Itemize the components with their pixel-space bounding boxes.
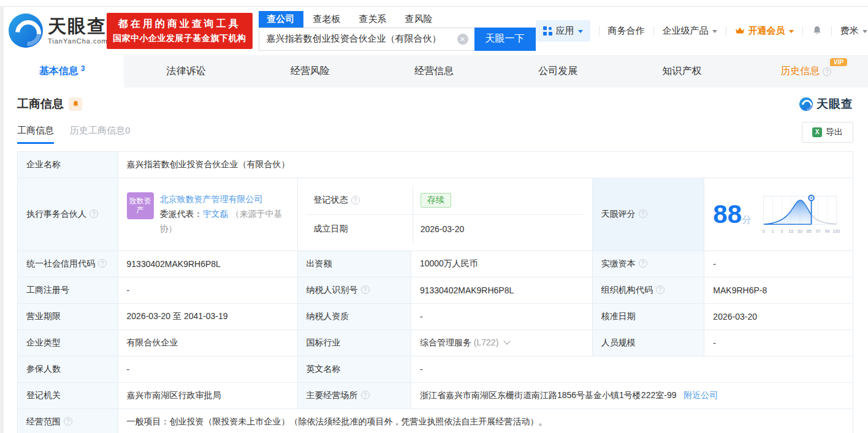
table-row: 执行事务合伙人? 致数资产 北京致数资产管理有限公司 委派代表：宇文磊 （来源于… (18, 178, 853, 251)
divider (653, 26, 654, 36)
tab-operation-risk[interactable]: 经营风险 (248, 55, 372, 88)
status-badge: 存续 (421, 193, 451, 208)
search-tab-boss[interactable]: 查老板 (305, 11, 349, 28)
staff-size-value: - (704, 330, 853, 356)
nav-apps-label: 应用 (556, 25, 574, 37)
help-icon[interactable]: ? (639, 209, 647, 218)
search-tab-relation[interactable]: 查关系 (351, 11, 395, 28)
subtab-business-info[interactable]: 工商信息 (17, 125, 54, 144)
svg-text:50: 50 (798, 229, 802, 234)
bell-icon (72, 100, 80, 108)
help-icon[interactable]: ? (89, 209, 98, 218)
site-logo[interactable]: 天眼查 TianYanCha.com (9, 13, 101, 48)
help-icon[interactable]: ? (361, 285, 370, 294)
field-label: 核准日期 (592, 304, 704, 330)
nav-apps[interactable]: 应用 (536, 20, 590, 42)
svg-text:100: 100 (832, 229, 840, 234)
search-tab-company[interactable]: 查公司 (259, 11, 303, 28)
help-icon[interactable]: ? (656, 285, 664, 294)
help-icon[interactable]: ? (64, 417, 72, 426)
field-label: 企业名称 (18, 152, 118, 178)
english-name-value: - (411, 356, 853, 383)
banner-line2: 国家中小企业发展子基金旗下机构 (113, 33, 246, 44)
help-icon[interactable]: ? (639, 259, 647, 268)
help-icon[interactable]: ? (351, 196, 360, 205)
field-label: 统一社会信用代码? (18, 251, 118, 277)
subscribe-bell-button[interactable] (69, 97, 82, 111)
brand-domain: TianYanCha.com (48, 38, 108, 45)
field-label: 国标行业 (297, 330, 411, 356)
tab-operation-info[interactable]: 经营信息 (372, 55, 496, 88)
taxpayer-quality-value: - (411, 304, 592, 330)
nav-cooperation[interactable]: 商务合作 (608, 25, 645, 37)
tab-legal[interactable]: 法律诉讼 (124, 55, 248, 88)
content: 工商信息 天眼查 工商信息 历史工商信息0 X 导出 (0, 88, 868, 433)
svg-text:3: 3 (780, 229, 783, 234)
tab-company-development[interactable]: 公司发展 (496, 55, 620, 88)
table-row: 统一社会信用代码? 91330402MAK9RH6P8L 出资额 10000万人… (18, 251, 853, 277)
nav-open-vip[interactable]: 开通会员 (735, 25, 794, 37)
left-edge (0, 6, 4, 433)
nav-enterprise[interactable]: 企业级产品 (663, 25, 717, 37)
search-area: 查公司 查老板 查关系 查风险 ✕ 天眼一下 (259, 11, 536, 51)
divider (802, 26, 803, 36)
banner-line1: 都在用的商业查询工具 (113, 18, 246, 31)
tab-intellectual-property[interactable]: 知识产权 (620, 55, 744, 88)
score-cell: 88分 (704, 178, 853, 251)
field-label: 营业期限 (18, 304, 118, 330)
username: 费米 (840, 25, 859, 37)
nearby-companies-link[interactable]: 附近公司 (683, 390, 718, 400)
help-icon[interactable]: ? (361, 391, 370, 399)
field-label: 英文名称 (297, 356, 411, 383)
field-label: 企业类型 (18, 330, 118, 356)
table-row: 企业类型 有限合伙企业 国标行业 综合管理服务 (L722) 人员规模 - (18, 330, 853, 356)
insured-count-value: - (118, 356, 297, 383)
nav-enterprise-label: 企业级产品 (663, 25, 709, 37)
svg-text:85: 85 (807, 229, 812, 234)
company-type-value: 有限合伙企业 (118, 330, 297, 356)
org-code-value: MAK9RH6P-8 (704, 277, 853, 304)
status-date-cell: 登记状态? 存续 成立日期 2026-03-20 (297, 178, 592, 251)
search-button[interactable]: 天眼一下 (474, 28, 536, 51)
crown-icon (735, 26, 745, 35)
field-label: 人员规模 (592, 330, 704, 356)
nav-user[interactable]: 费米 (840, 25, 867, 37)
apps-grid-icon (543, 26, 552, 36)
rep-name-link[interactable]: 宇文磊 (203, 209, 229, 219)
partner-company-link[interactable]: 北京致数资产管理有限公司 (160, 194, 263, 204)
chevron-down-icon (578, 30, 583, 33)
field-label: 主要经营场所? (297, 383, 411, 409)
search-input[interactable] (259, 28, 474, 51)
table-row: 企业名称 嘉兴指若数创业投资合伙企业（有限合伙） (18, 152, 853, 178)
chevron-down-icon (862, 30, 867, 33)
field-label: 天眼评分? (592, 178, 704, 251)
search-tab-risk[interactable]: 查风险 (397, 11, 441, 28)
field-label: 纳税人资质 (297, 304, 411, 330)
field-label: 参保人数 (18, 356, 118, 383)
business-address-value: 浙江省嘉兴市南湖区东栅街道南江路1856号基金小镇1号楼222室-99 附近公司 (411, 383, 853, 409)
field-label: 成立日期 (306, 215, 413, 243)
chevron-down-icon[interactable] (504, 337, 511, 344)
svg-text:97: 97 (816, 229, 821, 234)
field-label: 组织机构代码? (592, 277, 704, 304)
vip-badge: VIP (830, 58, 847, 66)
page: 天眼查 TianYanCha.com 都在用的商业查询工具 国家中小企业发展子基… (0, 0, 868, 433)
table-row: 营业期限 2026-03-20 至 2041-03-19 纳税人资质 - 核准日… (18, 304, 853, 330)
help-icon[interactable]: ? (823, 67, 831, 76)
tab-basic-info[interactable]: 基本信息 3 (0, 55, 124, 88)
subtab-history-business-info[interactable]: 历史工商信息0 (70, 125, 130, 144)
export-button[interactable]: X 导出 (802, 122, 853, 143)
tab-label: 经营信息 (414, 65, 454, 78)
brand-name: 天眼查 (48, 17, 108, 36)
notifications-button[interactable] (812, 25, 823, 36)
top-nav: 应用 商务合作 企业级产品 开通会员 (536, 20, 867, 42)
reg-authority-value: 嘉兴市南湖区行政审批局 (118, 383, 297, 409)
clear-icon[interactable]: ✕ (457, 34, 468, 45)
divider (831, 26, 832, 36)
partner-avatar[interactable]: 致数资产 (127, 192, 154, 219)
excel-icon: X (812, 127, 822, 137)
tab-history-info[interactable]: VIP 历史信息 ? (744, 55, 868, 88)
industry-value: 综合管理服务 (L722) (411, 330, 592, 356)
help-icon[interactable]: ? (98, 259, 107, 268)
nav-open-vip-label: 开通会员 (748, 25, 785, 37)
